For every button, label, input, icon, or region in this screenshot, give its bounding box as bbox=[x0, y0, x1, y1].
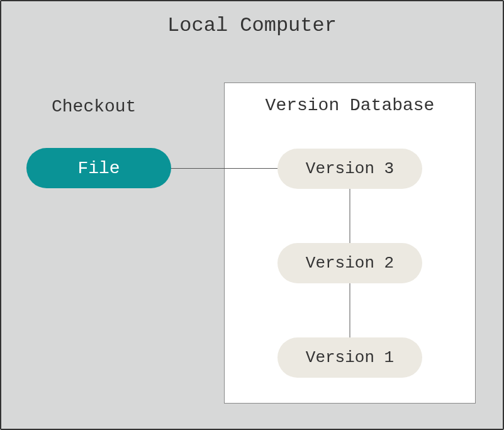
connector-file-to-v3 bbox=[165, 168, 284, 169]
version-database-title: Version Database bbox=[225, 96, 475, 115]
connector-v3-v2 bbox=[350, 189, 350, 246]
checkout-label: Checkout bbox=[52, 97, 136, 116]
connector-v2-v1 bbox=[350, 283, 350, 340]
version-node-label: Version 1 bbox=[306, 348, 394, 367]
version-node-label: Version 3 bbox=[306, 159, 394, 178]
local-computer-diagram: Local Computer Checkout File Version Dat… bbox=[0, 0, 504, 430]
version-node-1: Version 1 bbox=[277, 337, 422, 378]
version-node-3: Version 3 bbox=[277, 149, 422, 189]
file-node: File bbox=[26, 148, 171, 188]
version-database-box: Version Database Version 3 Version 2 Ver… bbox=[224, 82, 476, 404]
version-node-2: Version 2 bbox=[277, 243, 422, 283]
diagram-title: Local Computer bbox=[1, 14, 503, 37]
version-node-label: Version 2 bbox=[306, 254, 394, 273]
file-node-label: File bbox=[77, 159, 120, 178]
